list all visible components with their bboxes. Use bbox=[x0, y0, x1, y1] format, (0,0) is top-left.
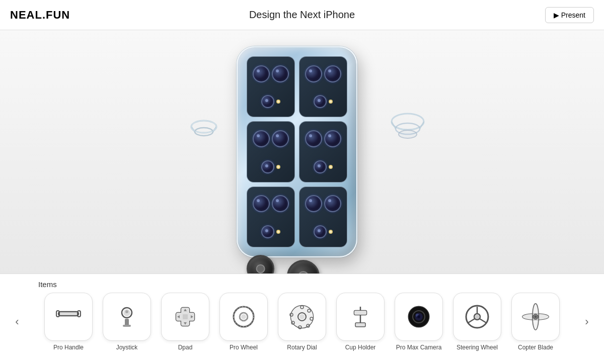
lens bbox=[305, 65, 322, 82]
camera-module-3 bbox=[247, 121, 295, 182]
lens bbox=[253, 195, 270, 212]
rotary-dial-icon bbox=[286, 301, 318, 333]
flash bbox=[329, 165, 333, 169]
item-rotary-dial-label: Rotary Dial bbox=[287, 344, 317, 351]
svg-rect-11 bbox=[59, 313, 78, 315]
svg-point-55 bbox=[417, 315, 420, 318]
item-copter-blade[interactable]: Copter Blade bbox=[508, 293, 563, 351]
dpad-icon bbox=[169, 301, 201, 333]
copter-blade-icon bbox=[519, 301, 552, 333]
lens bbox=[261, 95, 274, 108]
lens bbox=[272, 65, 289, 82]
pro-wheel-icon bbox=[228, 301, 260, 333]
pro-max-camera-icon bbox=[403, 301, 435, 333]
item-cup-holder-label: Cup Holder bbox=[345, 344, 376, 351]
item-steering-wheel-label: Steering Wheel bbox=[457, 344, 498, 351]
svg-point-67 bbox=[535, 316, 537, 318]
steering-wheel-icon bbox=[461, 301, 493, 333]
lens bbox=[324, 195, 341, 212]
page-title: Design the Next iPhone bbox=[249, 9, 355, 21]
item-joystick[interactable]: Joystick bbox=[100, 293, 154, 351]
main-canvas bbox=[0, 30, 604, 274]
svg-rect-18 bbox=[123, 325, 131, 327]
lens bbox=[305, 130, 322, 147]
wheel-left bbox=[247, 255, 274, 274]
item-pro-handle-icon-box[interactable] bbox=[44, 293, 93, 341]
bottom-toolbar: Items ‹ Pro Handle bbox=[0, 274, 604, 364]
svg-point-4 bbox=[191, 121, 216, 133]
lens bbox=[305, 195, 322, 212]
lens bbox=[324, 65, 341, 82]
svg-line-60 bbox=[480, 319, 486, 323]
present-button[interactable]: ▶ Present bbox=[545, 7, 594, 23]
item-pro-max-camera-label: Pro Max Camera bbox=[396, 344, 442, 351]
iphone-model bbox=[216, 30, 388, 267]
flash bbox=[329, 100, 333, 104]
header: NEAL.FUN Design the Next iPhone ▶ Presen… bbox=[0, 0, 604, 30]
items-section-label: Items bbox=[8, 280, 596, 289]
item-dpad-label: Dpad bbox=[178, 344, 193, 351]
right-cup-holder bbox=[388, 107, 428, 147]
lens bbox=[324, 130, 341, 147]
lens bbox=[253, 65, 270, 82]
pro-handle-icon bbox=[52, 301, 85, 333]
flash bbox=[276, 230, 280, 234]
item-pro-wheel-icon-box[interactable] bbox=[219, 293, 268, 341]
left-cup-holder bbox=[189, 117, 219, 142]
svg-rect-45 bbox=[354, 311, 366, 315]
item-dpad-icon-box[interactable] bbox=[161, 293, 209, 341]
item-pro-max-camera-icon-box[interactable] bbox=[395, 293, 443, 341]
camera-module-6 bbox=[299, 187, 347, 247]
phone-body bbox=[237, 46, 357, 257]
item-pro-max-camera[interactable]: Pro Max Camera bbox=[392, 293, 446, 351]
item-pro-wheel-label: Pro Wheel bbox=[230, 344, 258, 351]
flash bbox=[276, 100, 280, 104]
lens bbox=[261, 225, 274, 238]
item-cup-holder[interactable]: Cup Holder bbox=[333, 293, 388, 351]
flash bbox=[329, 230, 333, 234]
nav-left-button[interactable]: ‹ bbox=[8, 313, 26, 331]
joystick-icon bbox=[111, 301, 143, 333]
svg-rect-48 bbox=[355, 323, 365, 327]
item-rotary-dial-icon-box[interactable] bbox=[278, 293, 326, 341]
item-pro-wheel[interactable]: Pro Wheel bbox=[216, 293, 271, 351]
svg-point-58 bbox=[475, 315, 479, 319]
lens bbox=[261, 160, 274, 173]
item-dpad[interactable]: Dpad bbox=[158, 293, 212, 351]
nav-right-button[interactable]: › bbox=[578, 313, 596, 331]
svg-point-17 bbox=[125, 310, 128, 313]
items-list: Pro Handle Joystick bbox=[26, 293, 578, 351]
item-pro-handle[interactable]: Pro Handle bbox=[41, 293, 96, 351]
svg-point-43 bbox=[299, 314, 305, 319]
svg-point-31 bbox=[241, 314, 246, 319]
cup-holder-icon bbox=[344, 301, 376, 333]
lens bbox=[253, 130, 270, 147]
item-steering-wheel[interactable]: Steering Wheel bbox=[450, 293, 504, 351]
item-pro-handle-label: Pro Handle bbox=[53, 344, 84, 351]
flash bbox=[276, 165, 280, 169]
svg-rect-27 bbox=[183, 314, 188, 319]
camera-module-5 bbox=[247, 187, 295, 247]
lens bbox=[314, 95, 327, 108]
lens bbox=[314, 225, 327, 238]
item-joystick-icon-box[interactable] bbox=[103, 293, 151, 341]
item-steering-wheel-icon-box[interactable] bbox=[453, 293, 501, 341]
items-scroll-area: ‹ Pro Handle bbox=[8, 293, 596, 351]
logo: NEAL.FUN bbox=[10, 9, 70, 22]
wheel-right bbox=[287, 260, 320, 274]
svg-point-7 bbox=[399, 130, 417, 138]
item-cup-holder-icon-box[interactable] bbox=[336, 293, 385, 341]
camera-module-1 bbox=[247, 56, 295, 117]
camera-module-2 bbox=[299, 56, 347, 117]
svg-line-61 bbox=[468, 319, 475, 323]
item-copter-blade-icon-box[interactable] bbox=[511, 293, 560, 341]
item-joystick-label: Joystick bbox=[116, 344, 138, 351]
lens bbox=[272, 130, 289, 147]
lens bbox=[314, 160, 327, 173]
item-rotary-dial[interactable]: Rotary Dial bbox=[275, 293, 329, 351]
camera-module-4 bbox=[299, 121, 347, 182]
item-copter-blade-label: Copter Blade bbox=[518, 344, 553, 351]
lens bbox=[272, 195, 289, 212]
